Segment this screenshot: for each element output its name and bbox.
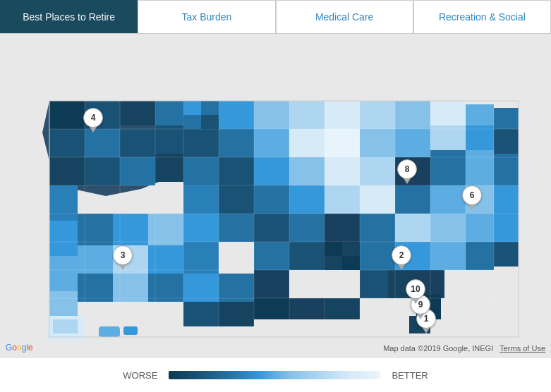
svg-rect-95	[183, 242, 219, 274]
svg-rect-37	[325, 157, 360, 185]
svg-rect-86	[78, 214, 113, 245]
svg-rect-19	[120, 157, 155, 185]
svg-rect-70	[430, 214, 466, 242]
svg-rect-13	[120, 101, 155, 125]
pin-2-tail	[398, 264, 405, 270]
google-logo: Google	[6, 343, 33, 353]
svg-rect-96	[183, 274, 219, 302]
pin-8-label: 8	[397, 159, 417, 179]
svg-rect-20	[155, 101, 183, 125]
tab-tax-burden[interactable]: Tax Burden	[138, 0, 275, 33]
svg-rect-99	[254, 270, 289, 298]
svg-rect-21	[155, 125, 183, 154]
svg-rect-54	[219, 185, 254, 214]
svg-rect-38	[360, 101, 395, 129]
svg-rect-58	[360, 185, 395, 214]
pin-10-tail	[412, 298, 419, 304]
svg-rect-136	[183, 115, 201, 129]
svg-rect-28	[183, 129, 219, 157]
svg-rect-104	[49, 185, 78, 221]
pin-6-tail	[468, 204, 476, 210]
svg-rect-24	[219, 101, 254, 129]
svg-rect-16	[120, 129, 155, 157]
svg-rect-30	[254, 129, 289, 157]
svg-rect-107	[49, 291, 78, 316]
svg-rect-101	[254, 298, 289, 319]
svg-rect-139	[342, 242, 360, 256]
svg-rect-135	[201, 101, 219, 115]
tab-recreation-social[interactable]: Recreation & Social	[413, 0, 551, 33]
svg-rect-59	[395, 185, 430, 214]
pin-4-label: 4	[83, 108, 103, 128]
tab-medical-care[interactable]: Medical Care	[276, 0, 413, 33]
svg-rect-53	[183, 185, 219, 214]
svg-rect-47	[494, 129, 519, 157]
svg-rect-66	[289, 214, 325, 242]
pin-3-tail	[119, 264, 126, 270]
svg-rect-26	[289, 101, 325, 129]
svg-rect-51	[466, 150, 494, 185]
svg-rect-92	[78, 274, 113, 302]
svg-rect-105	[49, 221, 78, 256]
svg-rect-34	[219, 157, 254, 185]
svg-rect-31	[289, 129, 325, 157]
svg-rect-100	[219, 302, 254, 326]
legend-better-label: BETTER	[392, 370, 428, 381]
svg-rect-14	[49, 129, 85, 157]
svg-rect-62	[494, 185, 519, 214]
pin-4-tail	[90, 127, 97, 133]
svg-rect-44	[395, 129, 430, 157]
legend-worse-label: WORSE	[123, 370, 157, 381]
pin-2[interactable]: 2	[392, 245, 411, 270]
svg-rect-76	[360, 242, 395, 270]
svg-rect-36	[289, 157, 325, 185]
pin-6[interactable]: 6	[462, 185, 482, 210]
pin-9-tail	[417, 314, 424, 319]
svg-rect-11	[49, 101, 85, 129]
svg-rect-69	[395, 214, 430, 242]
svg-rect-103	[325, 298, 360, 319]
svg-rect-64	[219, 214, 254, 242]
svg-rect-60	[430, 185, 466, 214]
tab-best-places[interactable]: Best Places to Retire	[0, 0, 138, 33]
svg-rect-50	[430, 150, 466, 185]
svg-rect-111	[123, 326, 138, 335]
pin-10[interactable]: 10	[406, 279, 425, 304]
svg-rect-91	[148, 245, 183, 274]
pin-4[interactable]: 4	[83, 108, 103, 133]
svg-rect-56	[289, 185, 325, 214]
svg-rect-67	[325, 214, 360, 242]
map-credit: Map data ©2019 Google, INEGI Terms of Us…	[383, 344, 545, 353]
svg-rect-27	[325, 101, 360, 129]
svg-rect-39	[395, 101, 430, 129]
legend-container: WORSE BETTER	[0, 358, 551, 392]
svg-rect-141	[342, 256, 360, 270]
pin-8[interactable]: 8	[397, 159, 417, 184]
svg-rect-110	[99, 326, 120, 337]
svg-rect-40	[430, 101, 466, 125]
svg-rect-72	[494, 214, 519, 242]
svg-rect-33	[183, 157, 219, 185]
svg-rect-15	[85, 129, 120, 157]
svg-rect-98	[219, 274, 254, 302]
svg-rect-109	[53, 319, 78, 333]
svg-rect-57	[325, 185, 360, 214]
svg-rect-94	[148, 274, 183, 302]
svg-rect-138	[325, 242, 342, 256]
pin-3[interactable]: 3	[113, 245, 133, 270]
svg-rect-140	[325, 256, 342, 270]
svg-rect-97	[183, 302, 219, 326]
svg-rect-79	[466, 242, 494, 270]
svg-rect-87	[113, 214, 148, 245]
svg-rect-43	[360, 129, 395, 157]
svg-rect-29	[219, 129, 254, 157]
svg-rect-81	[360, 270, 388, 298]
pin-2-label: 2	[392, 245, 411, 265]
svg-rect-74	[289, 242, 325, 270]
svg-rect-22	[155, 154, 183, 182]
svg-rect-17	[49, 157, 85, 185]
svg-rect-41	[466, 104, 494, 129]
svg-rect-18	[85, 157, 120, 185]
pin-1-tail	[423, 328, 430, 333]
svg-rect-134	[183, 101, 201, 115]
